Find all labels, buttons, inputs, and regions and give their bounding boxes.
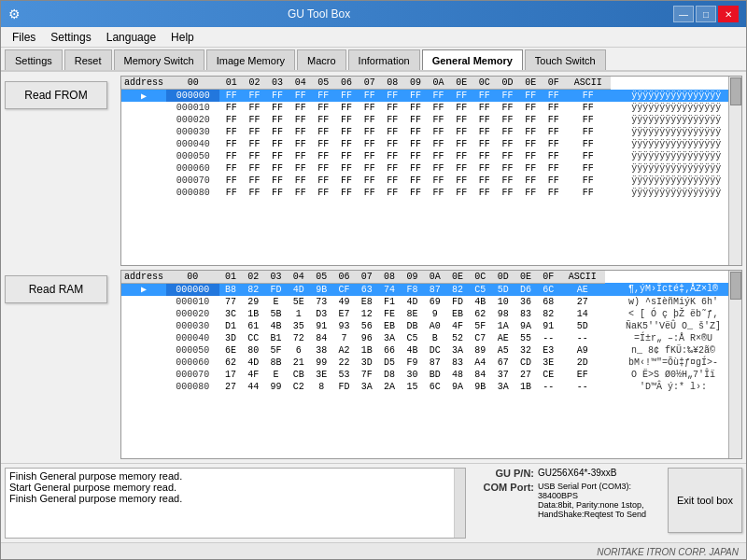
com-port-row: COM Port: USB Serial Port (COM3): 38400B… bbox=[473, 482, 660, 519]
close-button[interactable]: ✕ bbox=[718, 6, 739, 22]
hex-cell: FF bbox=[496, 150, 519, 162]
tab-settings[interactable]: Settings bbox=[5, 49, 63, 70]
table-row[interactable]: 000010FFFFFFFFFFFFFFFFFFFFFFFFFFFFFFFFÿÿ… bbox=[121, 102, 741, 114]
table-row[interactable]: 000050FFFFFFFFFFFFFFFFFFFFFFFFFFFFFFFFÿÿ… bbox=[121, 150, 741, 162]
from-scrollbar-thumb[interactable] bbox=[730, 77, 741, 105]
hex-cell: FF bbox=[450, 150, 473, 162]
hex-cell: FF bbox=[404, 175, 428, 187]
hex-cell: C7 bbox=[469, 332, 491, 344]
hex-cell: 3A bbox=[446, 344, 469, 357]
hex-cell: 96 bbox=[356, 332, 378, 344]
hex-cell: FF bbox=[496, 162, 519, 175]
menu-help[interactable]: Help bbox=[163, 29, 202, 46]
from-hex-table: address 00 01 02 03 04 05 06 07 08 09 0A bbox=[121, 77, 741, 199]
ram-scrollbar[interactable] bbox=[728, 271, 741, 459]
table-row[interactable]: 000030D1614B35919356EBDBA04F5F1A9A915DÑa… bbox=[121, 320, 741, 332]
tab-touch-switch[interactable]: Touch Switch bbox=[525, 49, 606, 70]
restore-button[interactable]: □ bbox=[696, 6, 716, 22]
table-row[interactable]: 0000107729E5E7349E8F14D69FD4B10366827w) … bbox=[121, 296, 741, 308]
hex-cell: E bbox=[264, 369, 287, 381]
row-arrow bbox=[121, 308, 166, 320]
table-row[interactable]: 0000506E805F638A21B664BDC3A89A532E3A9n_ … bbox=[121, 344, 741, 357]
hex-cell: FF bbox=[542, 175, 565, 187]
table-row[interactable]: 000030FFFFFFFFFFFFFFFFFFFFFFFFFFFFFFFFÿÿ… bbox=[121, 126, 741, 138]
hex-cell: 27 bbox=[559, 296, 605, 308]
hex-cell: FF bbox=[289, 126, 312, 138]
table-row[interactable]: ▶000000FFFFFFFFFFFFFFFFFFFFFFFFFFFFFFFFÿ… bbox=[121, 90, 741, 103]
hex-cell: 84 bbox=[469, 369, 491, 381]
hex-cell: FF bbox=[312, 102, 335, 114]
hex-cell: FF bbox=[565, 90, 611, 103]
ram-scrollbar-thumb[interactable] bbox=[730, 272, 741, 300]
table-row[interactable]: 000060FFFFFFFFFFFFFFFFFFFFFFFFFFFFFFFFÿÿ… bbox=[121, 162, 741, 175]
hex-cell: FF bbox=[473, 162, 497, 175]
hex-cell: 9 bbox=[424, 308, 446, 320]
addr-cell: 000080 bbox=[166, 187, 219, 199]
table-row[interactable]: 0000403DCCB172847963AC5B52C7AE55----=Í±r… bbox=[121, 332, 741, 344]
table-row[interactable]: 000020FFFFFFFFFFFFFFFFFFFFFFFFFFFFFFFFÿÿ… bbox=[121, 114, 741, 126]
row-arrow bbox=[121, 114, 166, 126]
ascii-cell: ÿÿÿÿÿÿÿÿÿÿÿÿÿÿÿÿ bbox=[611, 138, 741, 150]
table-row[interactable]: 000060624D8B2199223DD5F98783A467CD3E2DbM… bbox=[121, 357, 741, 369]
menu-settings[interactable]: Settings bbox=[43, 29, 98, 46]
tab-memory-switch[interactable]: Memory Switch bbox=[114, 49, 204, 70]
hex-cell: FF bbox=[450, 126, 473, 138]
table-row[interactable]: 000040FFFFFFFFFFFFFFFFFFFFFFFFFFFFFFFFÿÿ… bbox=[121, 138, 741, 150]
main-content: Read FROM address 00 01 02 03 04 05 06 bbox=[1, 72, 746, 463]
hex-cell: FF bbox=[335, 90, 359, 103]
hex-cell: 7 bbox=[332, 332, 355, 344]
ascii-cell: ÿÿÿÿÿÿÿÿÿÿÿÿÿÿÿÿ bbox=[611, 126, 741, 138]
table-row[interactable]: ▶000000B882FD4D9BCF6374F88782C55DD66CAE¶… bbox=[121, 283, 741, 296]
ram-col-0a: 0A bbox=[424, 271, 446, 284]
hex-cell: 1B bbox=[356, 344, 378, 357]
hex-cell: E bbox=[264, 296, 287, 308]
hex-cell: FF bbox=[450, 187, 473, 199]
ram-panel-btn-area: Read RAM bbox=[5, 270, 117, 460]
table-row[interactable]: 0000203C1B5B1D3E712FE8E9EB6298838214< [ … bbox=[121, 308, 741, 320]
menu-files[interactable]: Files bbox=[5, 29, 43, 46]
hex-cell: CD bbox=[514, 357, 537, 369]
log-scrollbar[interactable] bbox=[454, 469, 465, 538]
exit-button[interactable]: Exit tool box bbox=[668, 468, 742, 533]
hex-cell: 3E bbox=[310, 369, 332, 381]
menu-language[interactable]: Language bbox=[99, 29, 163, 46]
hex-cell: 6C bbox=[424, 381, 446, 393]
hex-cell: 5E bbox=[288, 296, 310, 308]
hex-cell: FF bbox=[519, 187, 543, 199]
minimize-button[interactable]: — bbox=[673, 6, 694, 22]
hex-cell: FF bbox=[219, 90, 243, 103]
ram-col-ascii: ASCII bbox=[559, 271, 605, 284]
hex-cell: FF bbox=[289, 138, 312, 150]
hex-cell: 4B bbox=[401, 344, 423, 357]
hex-cell: FF bbox=[243, 162, 266, 175]
tab-image-memory[interactable]: Image Memory bbox=[206, 49, 295, 70]
hex-cell: FF bbox=[381, 102, 404, 114]
tab-general-memory[interactable]: General Memory bbox=[422, 49, 523, 70]
from-scrollbar[interactable] bbox=[728, 77, 741, 265]
ram-col-08: 08 bbox=[378, 271, 401, 284]
table-row[interactable]: 000080FFFFFFFFFFFFFFFFFFFFFFFFFFFFFFFFÿÿ… bbox=[121, 187, 741, 199]
hex-cell: FF bbox=[266, 175, 289, 187]
addr-cell: 000050 bbox=[166, 344, 219, 357]
hex-cell: FF bbox=[312, 150, 335, 162]
read-from-button[interactable]: Read FROM bbox=[5, 81, 107, 109]
table-row[interactable]: 000080274499C28FD3A2A156C9A9B3A1B----'D™… bbox=[121, 381, 741, 393]
table-row[interactable]: 000070174FECB3E537FD830BD48843727CEEF O … bbox=[121, 369, 741, 381]
hex-cell: 21 bbox=[288, 357, 310, 369]
hex-cell: FF bbox=[335, 162, 359, 175]
tab-macro[interactable]: Macro bbox=[297, 49, 346, 70]
row-arrow bbox=[121, 138, 166, 150]
read-ram-button[interactable]: Read RAM bbox=[5, 275, 107, 303]
row-arrow bbox=[121, 162, 166, 175]
table-row[interactable]: 000070FFFFFFFFFFFFFFFFFFFFFFFFFFFFFFFFÿÿ… bbox=[121, 175, 741, 187]
row-arrow bbox=[121, 126, 166, 138]
hex-cell: FF bbox=[381, 162, 404, 175]
hex-cell: D6 bbox=[514, 283, 537, 296]
ascii-cell: n_ 8¢ fKÜ:‰¥2ã© bbox=[605, 344, 741, 357]
tab-reset[interactable]: Reset bbox=[64, 49, 112, 70]
hex-cell: 62 bbox=[469, 308, 491, 320]
hex-cell: FF bbox=[243, 175, 266, 187]
tab-information[interactable]: Information bbox=[348, 49, 420, 70]
addr-cell: 000000 bbox=[166, 283, 219, 296]
hex-cell: 4D bbox=[401, 296, 423, 308]
